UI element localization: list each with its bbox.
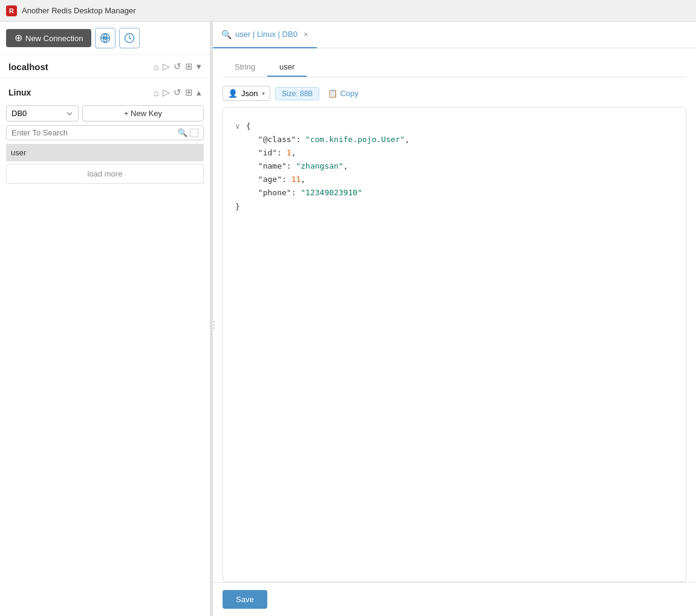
search-checkbox[interactable] xyxy=(190,129,198,137)
load-more-button[interactable]: load more xyxy=(6,164,204,184)
clock-icon-button[interactable] xyxy=(119,28,140,48)
tab-user-linux-db0[interactable]: 🔍 user | Linux | DB0 × xyxy=(213,22,317,48)
json-viewer[interactable]: ∨ { "@class": "com.knife.pojo.User", "id… xyxy=(223,107,686,582)
tab-label: user | Linux | DB0 xyxy=(235,30,298,39)
sidebar-toolbar: ⊕ New Connection xyxy=(0,22,210,55)
copy-label: Copy xyxy=(340,89,358,98)
title-bar: R Another Redis Desktop Manager xyxy=(0,0,696,22)
sidebar: ⊕ New Connection localhost xyxy=(0,22,210,616)
resize-handle[interactable] xyxy=(210,22,213,616)
save-button[interactable]: Save xyxy=(223,590,267,609)
chevron-down-icon[interactable]: ▾ xyxy=(197,61,201,72)
db-terminal-icon[interactable]: ▷ xyxy=(163,87,170,98)
search-row: 🔍 xyxy=(6,125,204,140)
db-chevron-up-icon[interactable]: ▴ xyxy=(197,87,201,98)
plus-icon: ⊕ xyxy=(15,33,22,43)
refresh-icon[interactable]: ↺ xyxy=(174,61,181,72)
key-item-user[interactable]: user xyxy=(6,144,204,161)
db-section-linux: Linux ⌂ ▷ ↺ ⊞ ▴ DB0 DB1 DB2 DB3 + New Ke… xyxy=(0,79,210,184)
connection-icon-button[interactable] xyxy=(95,28,115,48)
search-icon: 🔍 xyxy=(178,128,187,137)
type-tab-string[interactable]: String xyxy=(223,58,267,77)
db-refresh-icon[interactable]: ↺ xyxy=(174,87,181,98)
server-group-localhost: localhost ⌂ ▷ ↺ ⊞ ▾ xyxy=(0,55,210,79)
db-selector[interactable]: DB0 DB1 DB2 DB3 xyxy=(6,105,79,122)
type-tab-user[interactable]: user xyxy=(267,58,307,77)
clock-icon xyxy=(124,33,135,44)
format-chevron-icon: ▾ xyxy=(262,90,265,97)
json-line-close: } xyxy=(235,200,674,213)
bottom-bar: Save xyxy=(213,582,696,616)
format-select-wrapper: 👤 Json Text Hex ▾ xyxy=(223,86,270,101)
server-actions: ⌂ ▷ ↺ ⊞ ▾ xyxy=(154,61,201,72)
app-icon: R xyxy=(6,5,17,16)
db-grid-icon[interactable]: ⊞ xyxy=(185,87,193,98)
tab-bar: 🔍 user | Linux | DB0 × xyxy=(213,22,696,48)
server-title-localhost: localhost xyxy=(8,62,154,72)
db-home-icon[interactable]: ⌂ xyxy=(154,88,159,98)
db-section-title: Linux xyxy=(8,88,154,97)
key-list: user xyxy=(6,144,204,161)
db-controls: DB0 DB1 DB2 DB3 + New Key xyxy=(6,103,204,125)
json-line-id: "id": 1, xyxy=(235,146,674,160)
collapse-toggle[interactable]: ∨ xyxy=(235,122,240,131)
json-line-age: "age": 11, xyxy=(235,173,674,186)
terminal-icon[interactable]: ▷ xyxy=(163,61,170,72)
format-select[interactable]: Json Text Hex xyxy=(241,89,258,98)
copy-button[interactable]: 📋 Copy xyxy=(324,87,362,100)
tab-search-icon: 🔍 xyxy=(221,30,232,39)
new-connection-button[interactable]: ⊕ New Connection xyxy=(6,29,91,47)
search-input[interactable] xyxy=(11,128,178,137)
grid-icon[interactable]: ⊞ xyxy=(185,61,193,72)
content-area: String user 👤 Json Text Hex ▾ Size: 88B … xyxy=(213,48,696,582)
json-line-open: ∨ { xyxy=(235,120,674,133)
app-title: Another Redis Desktop Manager xyxy=(22,6,136,15)
format-person-icon: 👤 xyxy=(228,89,238,98)
connection-icon xyxy=(100,33,111,44)
value-toolbar: 👤 Json Text Hex ▾ Size: 88B 📋 Copy xyxy=(223,86,686,101)
copy-icon: 📋 xyxy=(328,89,337,98)
json-line-class: "@class": "com.knife.pojo.User", xyxy=(235,133,674,146)
home-icon[interactable]: ⌂ xyxy=(154,62,159,72)
json-line-name: "name": "zhangsan", xyxy=(235,160,674,173)
db-section-actions: ⌂ ▷ ↺ ⊞ ▴ xyxy=(154,87,201,98)
server-header-localhost[interactable]: localhost ⌂ ▷ ↺ ⊞ ▾ xyxy=(0,55,210,78)
db-section-header[interactable]: Linux ⌂ ▷ ↺ ⊞ ▴ xyxy=(6,82,204,103)
json-line-phone: "phone": "12349023910" xyxy=(235,186,674,199)
new-key-button[interactable]: + New Key xyxy=(82,105,204,122)
main-area: 🔍 user | Linux | DB0 × String user 👤 Jso… xyxy=(213,22,696,616)
size-badge: Size: 88B xyxy=(275,87,319,100)
type-tabs: String user xyxy=(223,58,686,77)
new-connection-label: New Connection xyxy=(25,34,83,43)
tab-close-button[interactable]: × xyxy=(304,30,308,39)
